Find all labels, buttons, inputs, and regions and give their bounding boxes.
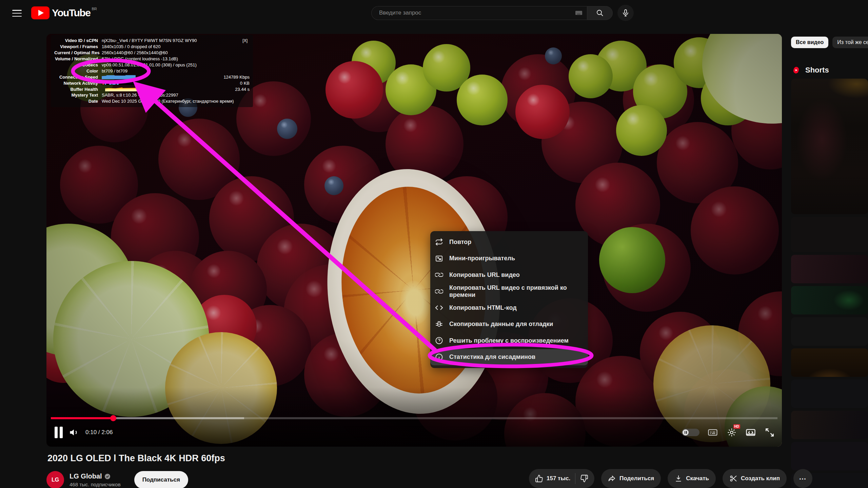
stats-value: njX2bu-_Vw4 / BYTY FWWT M7SN 97GZ WY90 (102, 38, 197, 43)
like-count: 157 тыс. (547, 475, 570, 482)
menu-item-miniplayer[interactable]: Мини-проигрыватель (430, 250, 588, 267)
channel-name[interactable]: LG Global (70, 472, 102, 480)
video-player[interactable]: [X] Video ID / sCPNnjX2bu-_Vw4 / BYTY FW… (46, 34, 782, 447)
link-icon (435, 271, 443, 279)
stats-label: Mystery Text (54, 93, 98, 98)
fullscreen-icon (765, 427, 775, 438)
share-button[interactable]: Поделиться (601, 469, 661, 488)
stats-label: Network Activity (54, 81, 98, 86)
theater-mode-icon (746, 427, 756, 438)
shorts-section-title: Shorts (805, 66, 829, 75)
progress-played (51, 417, 113, 419)
keyboard-icon[interactable] (575, 9, 583, 17)
related-video-thumbnail[interactable] (791, 442, 868, 470)
menu-item-copy-url-at-time[interactable]: Копировать URL видео с привязкой ко врем… (430, 283, 588, 300)
shorts-icon (792, 66, 801, 75)
stats-value: bt709 / bt709 (102, 68, 127, 74)
repeat-icon (435, 238, 443, 246)
dislike-button[interactable] (575, 474, 594, 483)
stats-value: 124789 Kbps (223, 75, 250, 80)
menu-item-troubleshoot[interactable]: Решить проблему с воспроизведением (430, 332, 588, 349)
menu-icon[interactable] (10, 8, 24, 18)
stats-value: 1840x1035 / 0 dropped of 620 (102, 44, 160, 49)
related-video-thumbnail[interactable] (791, 286, 868, 314)
stats-label: Date (54, 99, 98, 104)
related-video-thumbnail[interactable] (791, 411, 868, 439)
youtube-logo[interactable]: YouTube BR (31, 6, 97, 19)
menu-item-copy-embed[interactable]: Копировать HTML-код (430, 300, 588, 316)
pause-button[interactable] (51, 424, 66, 441)
buffer-health-graph (105, 87, 142, 92)
stats-label: Buffer Health (54, 87, 98, 92)
logo-text: YouTube (52, 6, 90, 19)
fullscreen-button[interactable] (762, 424, 777, 441)
subtitles-icon (708, 427, 718, 438)
stats-value: 67% / DRC (content loudness -13.1dB) (102, 56, 178, 61)
search-input-box[interactable] (371, 6, 587, 20)
menu-item-stats-for-nerds[interactable]: Статистика для сисадминов (430, 349, 588, 366)
stats-value: 868x488@60 / 868x488@60 (102, 50, 168, 55)
stats-close-button[interactable]: [X] (242, 38, 248, 43)
voice-search-button[interactable] (617, 5, 634, 21)
channel-avatar[interactable]: LG (46, 471, 64, 488)
volume-icon (69, 427, 79, 438)
stats-label: Video ID / sCPN (54, 38, 98, 43)
thumbs-down-icon (580, 474, 588, 483)
subtitles-button[interactable] (705, 424, 721, 441)
youtube-play-icon (31, 6, 50, 19)
search-icon (596, 9, 604, 17)
pause-icon (54, 427, 64, 438)
player-context-menu: Повтор Мини-проигрыватель Копировать URL… (430, 231, 588, 368)
chip-same-series[interactable]: Из той же се (832, 37, 868, 48)
related-video-thumbnail[interactable] (791, 380, 868, 408)
stats-label: Codecs (54, 62, 98, 67)
settings-button[interactable]: HD (724, 424, 739, 441)
autoplay-toggle[interactable] (682, 429, 699, 436)
related-video-thumbnail[interactable] (791, 317, 868, 346)
stats-label: Connection Speed (54, 75, 98, 80)
search-button[interactable] (587, 6, 613, 20)
shorts-thumbnail[interactable] (791, 217, 868, 252)
code-icon (435, 304, 443, 312)
logo-region: BR (92, 7, 97, 11)
scissors-icon (729, 474, 737, 483)
stats-value: Wed Dec 10 2025 GMT+0500 (Екатеринбург, … (102, 99, 234, 104)
search-input[interactable] (379, 9, 575, 16)
more-actions-button[interactable]: … (793, 469, 812, 488)
stats-for-nerds-panel: [X] Video ID / sCPNnjX2bu-_Vw4 / BYTY FW… (51, 35, 253, 107)
shorts-thumbnail[interactable] (791, 79, 868, 214)
subscribe-button[interactable]: Подписаться (134, 471, 188, 488)
help-icon (435, 337, 443, 345)
connection-speed-graph (102, 75, 136, 79)
create-clip-button[interactable]: Создать клип (723, 469, 787, 488)
related-video-thumbnail[interactable] (791, 348, 868, 377)
stats-label: Volume / Normalized (54, 56, 98, 61)
stats-label: Color (54, 68, 98, 74)
top-bar: YouTube BR (0, 0, 868, 26)
video-actions: 157 тыс. Поделиться Скачать Создать клип… (529, 469, 812, 488)
related-video-thumbnail[interactable] (791, 255, 868, 283)
related-sidebar: Все видео Из той же се Shorts (791, 34, 868, 488)
subscriber-count: 468 тыс. подписчиков (70, 482, 121, 487)
link-icon (435, 287, 443, 296)
stats-value: 0 KB (240, 81, 250, 86)
menu-item-repeat[interactable]: Повтор (430, 234, 588, 250)
download-button[interactable]: Скачать (668, 469, 716, 488)
stats-value: 23.44 s (235, 87, 250, 92)
theater-mode-button[interactable] (743, 424, 758, 441)
time-display: 0:10 / 2:06 (85, 429, 113, 436)
chip-all-videos[interactable]: Все видео (791, 37, 828, 48)
info-icon (435, 353, 443, 361)
miniplayer-icon (435, 255, 443, 263)
bug-icon (435, 320, 443, 328)
download-icon (674, 474, 683, 483)
volume-button[interactable] (66, 424, 82, 441)
share-icon (608, 474, 616, 483)
progress-bar[interactable] (51, 417, 777, 419)
stats-label: Current / Optimal Res (54, 50, 98, 55)
menu-item-copy-url[interactable]: Копировать URL видео (430, 267, 588, 283)
menu-item-copy-debug-info[interactable]: Скопировать данные для отладки (430, 316, 588, 333)
like-button[interactable]: 157 тыс. (529, 474, 575, 483)
stats-label: Viewport / Frames (54, 44, 98, 49)
network-activity-graph (102, 81, 136, 85)
